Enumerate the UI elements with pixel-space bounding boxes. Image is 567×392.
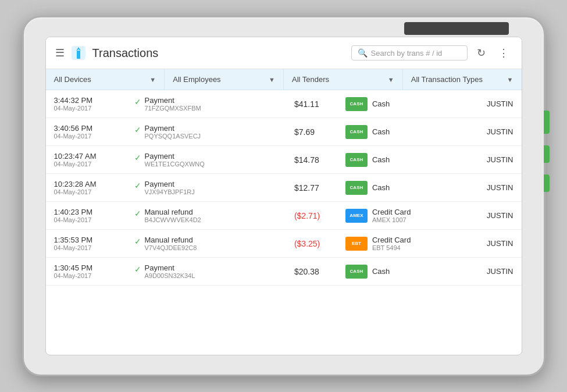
transaction-type: Manual refund	[145, 208, 201, 216]
transaction-id: V7V4QJDEE92C8	[145, 244, 197, 251]
table-row[interactable]: 3:40:56 PM 04-May-2017 ✓ Payment PQYSQQ1…	[46, 118, 522, 146]
tender-info: Cash	[372, 99, 390, 108]
page-title: Transactions	[92, 47, 345, 60]
transaction-time: 3:44:32 PM 04-May-2017	[54, 96, 130, 112]
transaction-type: Payment	[145, 96, 201, 105]
table-row[interactable]: 1:30:45 PM 04-May-2017 ✓ Payment A9D00SN…	[46, 258, 522, 286]
transaction-id: PQYSQQ1ASVECJ	[145, 133, 201, 140]
app-icon	[70, 45, 87, 61]
table-row[interactable]: 1:40:23 PM 04-May-2017 ✓ Manual refund B…	[46, 202, 522, 230]
transaction-amount: $12.77	[294, 183, 341, 193]
tender-info: Credit Card EBT 5494	[372, 236, 411, 251]
transaction-amount: $41.11	[294, 99, 341, 109]
filter-bar: All Devices▼All Employees▼All Tenders▼Al…	[46, 69, 522, 90]
table-row[interactable]: 3:44:32 PM 04-May-2017 ✓ Payment 71FZGQM…	[46, 90, 522, 118]
transaction-id: 71FZGQMXSXFBM	[145, 105, 201, 112]
tender-sub: AMEX 1007	[372, 216, 411, 223]
transaction-employee: JUSTIN	[467, 211, 513, 220]
check-icon: ✓	[134, 209, 141, 218]
filter-3[interactable]: All Transaction Types▼	[403, 69, 522, 90]
check-icon: ✓	[134, 265, 141, 274]
transaction-tender: CASH Cash	[345, 153, 462, 167]
transaction-amount: ($2.71)	[294, 211, 341, 220]
hamburger-icon[interactable]: ☰	[55, 47, 65, 59]
check-icon: ✓	[134, 153, 141, 162]
transaction-employee: JUSTIN	[467, 267, 513, 276]
check-icon: ✓	[134, 181, 141, 190]
transaction-payment: ✓ Payment A9D00SN32K34L	[134, 263, 290, 279]
tender-name: Credit Card	[372, 208, 411, 216]
filter-label-3: All Transaction Types	[411, 75, 483, 84]
transaction-employee: JUSTIN	[467, 99, 513, 108]
filter-0[interactable]: All Devices▼	[46, 69, 165, 90]
tablet-top-bar	[404, 22, 509, 35]
transaction-employee: JUSTIN	[467, 155, 513, 164]
tender-name: Cash	[372, 267, 390, 276]
transaction-payment: ✓ Payment VJX94YBJPF1RJ	[134, 180, 290, 195]
more-options-button[interactable]: ⋮	[495, 44, 512, 62]
transaction-id: VJX94YBJPF1RJ	[145, 188, 195, 195]
search-bar[interactable]: 🔍 Search by trans # / id	[351, 45, 468, 60]
tender-name: Cash	[372, 155, 390, 164]
tender-info: Cash	[372, 155, 390, 164]
transaction-payment: ✓ Payment PQYSQQ1ASVECJ	[134, 124, 290, 140]
transaction-time: 3:40:56 PM 04-May-2017	[54, 124, 130, 140]
svg-rect-1	[77, 51, 80, 59]
search-icon: 🔍	[358, 48, 368, 58]
table-row[interactable]: 10:23:28 AM 04-May-2017 ✓ Payment VJX94Y…	[46, 174, 522, 202]
transactions-table: 3:44:32 PM 04-May-2017 ✓ Payment 71FZGQM…	[46, 90, 522, 355]
refresh-button[interactable]: ↻	[473, 44, 489, 62]
search-placeholder: Search by trans # / id	[371, 49, 443, 58]
side-button-bot[interactable]	[544, 174, 550, 192]
transaction-time: 10:23:47 AM 04-May-2017	[54, 152, 130, 168]
transaction-time: 1:40:23 PM 04-May-2017	[54, 208, 130, 223]
tender-badge: CASH	[345, 181, 368, 195]
transaction-type: Payment	[145, 124, 201, 133]
tender-info: Cash	[372, 267, 390, 276]
transaction-time: 1:35:53 PM 04-May-2017	[54, 236, 130, 251]
transaction-tender: CASH Cash	[345, 97, 462, 111]
tender-badge: CASH	[345, 153, 368, 167]
tender-sub: EBT 5494	[372, 244, 411, 251]
transaction-time: 1:30:45 PM 04-May-2017	[54, 263, 130, 279]
transaction-tender: EBT Credit Card EBT 5494	[345, 236, 462, 251]
check-icon: ✓	[134, 237, 141, 246]
transaction-amount: ($3.25)	[294, 239, 341, 248]
filter-1[interactable]: All Employees▼	[165, 69, 284, 90]
tender-name: Cash	[372, 99, 390, 108]
transaction-payment: ✓ Manual refund B4JCWVWVEK4D2	[134, 208, 290, 223]
check-icon: ✓	[134, 97, 141, 106]
transaction-payment: ✓ Payment 71FZGQMXSXFBM	[134, 96, 290, 112]
tender-badge: CASH	[345, 97, 368, 111]
transaction-tender: CASH Cash	[345, 125, 462, 139]
tender-info: Credit Card AMEX 1007	[372, 208, 411, 223]
transaction-id: A9D00SN32K34L	[145, 272, 195, 279]
transaction-employee: JUSTIN	[467, 127, 513, 136]
tender-name: Cash	[372, 183, 390, 192]
transaction-type: Payment	[145, 263, 195, 272]
table-row[interactable]: 1:35:53 PM 04-May-2017 ✓ Manual refund V…	[46, 230, 522, 258]
side-button-mid[interactable]	[544, 145, 550, 163]
tender-badge: EBT	[345, 237, 368, 251]
filter-2[interactable]: All Tenders▼	[284, 69, 403, 90]
screen: ☰ Transactions 🔍 Search by trans # / id …	[45, 37, 522, 355]
transaction-payment: ✓ Payment WE1TE1CGQXWNQ	[134, 152, 290, 168]
tender-info: Cash	[372, 183, 390, 192]
tender-name: Cash	[372, 127, 390, 136]
transaction-payment: ✓ Manual refund V7V4QJDEE92C8	[134, 236, 290, 251]
table-row[interactable]: 10:23:47 AM 04-May-2017 ✓ Payment WE1TE1…	[46, 146, 522, 174]
transaction-tender: AMEX Credit Card AMEX 1007	[345, 208, 462, 223]
tender-badge: CASH	[345, 265, 368, 279]
transaction-id: B4JCWVWVEK4D2	[145, 216, 201, 223]
filter-arrow-0: ▼	[149, 76, 156, 83]
filter-label-2: All Tenders	[292, 75, 329, 84]
side-button-top[interactable]	[544, 111, 550, 134]
transaction-tender: CASH Cash	[345, 265, 462, 279]
transaction-employee: JUSTIN	[467, 239, 513, 248]
transaction-id: WE1TE1CGQXWNQ	[145, 161, 205, 168]
transaction-amount: $20.38	[294, 267, 341, 276]
transaction-type: Payment	[145, 152, 205, 161]
transaction-tender: CASH Cash	[345, 181, 462, 195]
transaction-amount: $14.78	[294, 155, 341, 165]
filter-arrow-1: ▼	[269, 76, 275, 83]
